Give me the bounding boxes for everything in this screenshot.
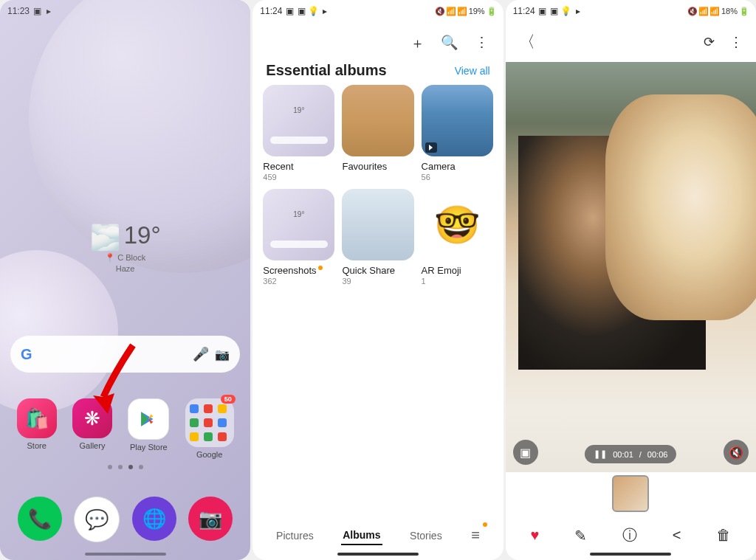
album-thumb: 19° bbox=[263, 85, 334, 156]
album-ar-emoji[interactable]: 🤓 AR Emoji 1 bbox=[422, 189, 493, 286]
album-favourites[interactable]: Favourites bbox=[342, 85, 413, 182]
wallpaper-bubble bbox=[0, 250, 118, 412]
folder-icon bbox=[185, 398, 234, 447]
weather-condition: Haze bbox=[90, 264, 161, 273]
delete-button[interactable]: 🗑 bbox=[716, 527, 731, 544]
weather-location: C Block bbox=[117, 253, 145, 262]
filmstrip-thumb[interactable] bbox=[612, 475, 649, 512]
pause-icon[interactable]: ❚❚ bbox=[594, 449, 607, 459]
mic-icon[interactable]: 🎤 bbox=[193, 346, 209, 362]
notif-icon: 💡 bbox=[309, 7, 317, 15]
app-label: Play Store bbox=[130, 443, 168, 452]
battery-icon: 🔋 bbox=[740, 7, 749, 15]
album-count: 39 bbox=[342, 277, 413, 286]
section-title: Essential albums bbox=[266, 62, 386, 79]
nav-handle[interactable] bbox=[337, 553, 419, 556]
status-time: 11:24 bbox=[260, 6, 282, 16]
home-body[interactable]: 🌫️19° 📍 C Block Haze G 🎤 📷 🛍️ Store ❋ Ga… bbox=[0, 22, 250, 560]
app-google-folder[interactable]: 50 Google bbox=[185, 398, 234, 459]
wifi-icon: 📶 bbox=[447, 7, 456, 15]
signal-icon: 📶 bbox=[710, 7, 719, 15]
notif-icon: 💡 bbox=[562, 7, 571, 15]
google-logo-icon: G bbox=[21, 346, 32, 363]
weather-icon: 🌫️ bbox=[90, 223, 120, 252]
lens-icon[interactable]: 📷 bbox=[215, 348, 230, 362]
total-time: 00:06 bbox=[647, 450, 668, 459]
current-time: 00:01 bbox=[613, 450, 633, 459]
gallery-albums-screen: 11:24 ▣ ▣ 💡 ▸ 🔇 📶 📶 19% 🔋 ＋ 🔍 ⋮ Essentia… bbox=[252, 0, 503, 560]
mute-button[interactable]: 🔇 bbox=[724, 440, 749, 465]
more-button[interactable]: ⋮ bbox=[729, 34, 743, 50]
notif-icon: ▸ bbox=[44, 7, 53, 15]
badge: 50 bbox=[221, 395, 236, 404]
album-thumb: 🤓 bbox=[422, 189, 493, 260]
tab-stories[interactable]: Stories bbox=[408, 527, 444, 545]
tab-albums[interactable]: Albums bbox=[341, 526, 382, 545]
battery-text: 18% bbox=[721, 7, 738, 15]
album-count: 1 bbox=[422, 277, 493, 286]
status-time: 11:23 bbox=[7, 6, 30, 16]
album-camera[interactable]: Camera 56 bbox=[422, 85, 493, 182]
app-gallery[interactable]: ❋ Gallery bbox=[72, 398, 112, 459]
nav-handle[interactable] bbox=[590, 553, 671, 556]
album-name: AR Emoji bbox=[422, 265, 493, 276]
play-store-icon bbox=[128, 398, 169, 440]
more-button[interactable]: ⋮ bbox=[475, 34, 489, 53]
status-time: 11:24 bbox=[513, 6, 535, 16]
tab-pictures[interactable]: Pictures bbox=[275, 527, 315, 545]
signal-icon: 📶 bbox=[458, 7, 467, 15]
google-search-bar[interactable]: G 🎤 📷 bbox=[10, 336, 240, 373]
album-screenshots[interactable]: 19° Screenshots 362 bbox=[263, 189, 334, 286]
albums-grid: 19° Recent 459 Favourites Camera 56 19° … bbox=[252, 85, 503, 286]
favourite-button[interactable]: ♥ bbox=[531, 527, 540, 544]
dock: 📞 💬 🌐 📷 bbox=[0, 497, 250, 542]
notif-icon: ▸ bbox=[574, 7, 583, 15]
album-name: Screenshots bbox=[263, 265, 334, 276]
nav-handle[interactable] bbox=[85, 553, 166, 556]
phone-app[interactable]: 📞 bbox=[18, 497, 62, 541]
album-thumb: 19° bbox=[263, 189, 334, 260]
share-button[interactable]: < bbox=[673, 527, 681, 544]
camera-app[interactable]: 📷 bbox=[188, 497, 233, 541]
album-count: 362 bbox=[263, 277, 334, 286]
album-thumb bbox=[342, 189, 413, 260]
add-button[interactable]: ＋ bbox=[410, 34, 425, 53]
home-screen: 11:23 ▣ ▸ 🔇 📶 📶 19% 🔋 🌫️19° 📍 C Block Ha… bbox=[0, 0, 250, 560]
gallery-icon: ❋ bbox=[72, 398, 112, 438]
filmstrip[interactable] bbox=[506, 472, 756, 515]
store-icon: 🛍️ bbox=[17, 398, 57, 438]
notif-icon: ▣ bbox=[550, 7, 559, 15]
remaster-icon[interactable]: ⟳ bbox=[704, 34, 715, 50]
app-play-store[interactable]: Play Store bbox=[128, 398, 169, 459]
album-name: Recent bbox=[263, 161, 334, 172]
capture-button[interactable]: ▣ bbox=[513, 440, 538, 465]
album-name: Favourites bbox=[342, 161, 413, 172]
back-button[interactable]: 〈 bbox=[519, 31, 535, 53]
browser-app[interactable]: 🌐 bbox=[132, 497, 176, 541]
messages-app[interactable]: 💬 bbox=[74, 497, 120, 542]
app-row: 🛍️ Store ❋ Gallery Play Store 50 Google bbox=[0, 398, 250, 459]
battery-text: 19% bbox=[469, 7, 485, 15]
video-viewer-screen: 11:24 ▣ ▣ 💡 ▸ 🔇 📶 📶 18% 🔋 〈 ⟳ ⋮ ▣ ❚❚ 00:… bbox=[506, 0, 756, 560]
video-player[interactable]: ▣ ❚❚ 00:01 / 00:06 🔇 bbox=[506, 62, 756, 472]
app-label: Store bbox=[27, 441, 47, 450]
album-recent[interactable]: 19° Recent 459 bbox=[263, 85, 334, 182]
new-dot-icon bbox=[483, 522, 487, 527]
notif-icon: ▸ bbox=[320, 7, 329, 15]
video-badge-icon bbox=[425, 142, 437, 153]
notif-icon: ▣ bbox=[285, 7, 294, 15]
app-store[interactable]: 🛍️ Store bbox=[17, 398, 57, 459]
view-all-link[interactable]: View all bbox=[455, 65, 490, 77]
playback-controls[interactable]: ❚❚ 00:01 / 00:06 bbox=[585, 445, 676, 463]
tab-menu[interactable]: ≡ bbox=[470, 524, 481, 547]
album-name: Quick Share bbox=[342, 265, 413, 276]
search-button[interactable]: 🔍 bbox=[441, 34, 458, 53]
wifi-icon: 📶 bbox=[699, 7, 708, 15]
edit-button[interactable]: ✎ bbox=[574, 527, 587, 545]
mute-icon: 🔇 bbox=[436, 7, 444, 15]
weather-widget[interactable]: 🌫️19° 📍 C Block Haze bbox=[90, 221, 161, 273]
album-quick-share[interactable]: Quick Share 39 bbox=[342, 189, 413, 286]
album-name: Camera bbox=[422, 161, 493, 172]
new-dot-icon bbox=[318, 266, 323, 270]
info-button[interactable]: ⓘ bbox=[622, 525, 637, 545]
